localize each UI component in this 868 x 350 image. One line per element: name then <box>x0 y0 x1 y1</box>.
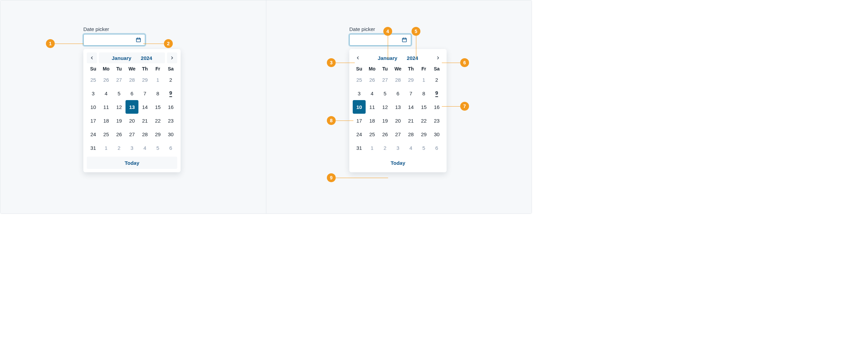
day-cell[interactable]: 29 <box>151 127 164 141</box>
day-cell[interactable]: 23 <box>430 114 443 127</box>
day-cell-outside[interactable]: 29 <box>404 73 417 86</box>
date-input[interactable] <box>349 34 411 46</box>
day-cell[interactable]: 30 <box>430 127 443 141</box>
year-link[interactable]: 2024 <box>407 55 418 61</box>
day-cell[interactable]: 30 <box>164 127 177 141</box>
day-cell[interactable]: 4 <box>366 86 379 100</box>
day-cell[interactable]: 18 <box>100 114 113 127</box>
day-cell[interactable]: 7 <box>404 86 417 100</box>
day-cell[interactable]: 14 <box>404 100 417 114</box>
day-cell-selected[interactable]: 10 <box>353 100 366 114</box>
day-cell-outside[interactable]: 5 <box>417 141 430 155</box>
day-cell[interactable]: 11 <box>366 100 379 114</box>
day-cell[interactable]: 20 <box>391 114 404 127</box>
day-cell-outside[interactable]: 25 <box>87 73 100 86</box>
day-cell-today[interactable]: 9 <box>164 86 177 100</box>
prev-month-button[interactable] <box>87 52 97 63</box>
day-cell[interactable]: 6 <box>391 86 404 100</box>
day-cell[interactable]: 15 <box>151 100 164 114</box>
day-cell-outside[interactable]: 26 <box>100 73 113 86</box>
day-cell[interactable]: 3 <box>87 86 100 100</box>
day-cell-outside[interactable]: 1 <box>417 73 430 86</box>
day-cell[interactable]: 31 <box>87 141 100 155</box>
month-link[interactable]: January <box>112 55 132 61</box>
next-month-button[interactable] <box>433 52 443 63</box>
day-cell-outside[interactable]: 6 <box>164 141 177 155</box>
day-cell[interactable]: 21 <box>404 114 417 127</box>
day-cell[interactable]: 19 <box>379 114 391 127</box>
day-cell-today[interactable]: 9 <box>430 86 443 100</box>
day-cell[interactable]: 13 <box>391 100 404 114</box>
day-cell[interactable]: 5 <box>113 86 126 100</box>
day-cell[interactable]: 22 <box>417 114 430 127</box>
day-cell[interactable]: 28 <box>404 127 417 141</box>
day-cell[interactable]: 27 <box>391 127 404 141</box>
day-cell-outside[interactable]: 27 <box>379 73 391 86</box>
day-cell[interactable]: 16 <box>430 100 443 114</box>
day-cell-outside[interactable]: 27 <box>113 73 126 86</box>
day-cell[interactable]: 4 <box>100 86 113 100</box>
day-cell-outside[interactable]: 3 <box>391 141 404 155</box>
day-cell[interactable]: 17 <box>87 114 100 127</box>
day-cell[interactable]: 23 <box>164 114 177 127</box>
day-cell[interactable]: 5 <box>379 86 391 100</box>
day-cell[interactable]: 2 <box>430 73 443 86</box>
day-cell[interactable]: 25 <box>366 127 379 141</box>
day-cell-outside[interactable]: 28 <box>391 73 404 86</box>
day-cell[interactable]: 6 <box>126 86 138 100</box>
day-cell[interactable]: 27 <box>126 127 138 141</box>
day-cell-outside[interactable]: 1 <box>151 73 164 86</box>
prev-month-button[interactable] <box>353 52 363 63</box>
next-month-button[interactable] <box>167 52 177 63</box>
day-cell[interactable]: 24 <box>353 127 366 141</box>
day-cell[interactable]: 8 <box>151 86 164 100</box>
day-cell[interactable]: 3 <box>353 86 366 100</box>
day-cell[interactable]: 24 <box>87 127 100 141</box>
day-cell[interactable]: 12 <box>113 100 126 114</box>
month-year-select[interactable]: January 2024 <box>99 52 165 63</box>
day-cell-outside[interactable]: 5 <box>151 141 164 155</box>
day-cell[interactable]: 29 <box>417 127 430 141</box>
day-cell[interactable]: 22 <box>151 114 164 127</box>
day-cell-outside[interactable]: 1 <box>100 141 113 155</box>
day-cell[interactable]: 28 <box>138 127 151 141</box>
day-cell[interactable]: 15 <box>417 100 430 114</box>
date-picker-right: Date picker January 2024 <box>349 26 447 172</box>
day-cell-outside[interactable]: 4 <box>138 141 151 155</box>
day-cell[interactable]: 7 <box>138 86 151 100</box>
day-cell-selected[interactable]: 13 <box>126 100 138 114</box>
day-cell-outside[interactable]: 6 <box>430 141 443 155</box>
day-cell-outside[interactable]: 28 <box>126 73 138 86</box>
month-year-select[interactable]: January 2024 <box>365 52 431 63</box>
day-cell[interactable]: 26 <box>113 127 126 141</box>
day-cell[interactable]: 21 <box>138 114 151 127</box>
day-cell[interactable]: 2 <box>164 73 177 86</box>
day-cell[interactable]: 25 <box>100 127 113 141</box>
day-cell[interactable]: 17 <box>353 114 366 127</box>
year-link[interactable]: 2024 <box>141 55 152 61</box>
day-cell[interactable]: 18 <box>366 114 379 127</box>
day-cell[interactable]: 8 <box>417 86 430 100</box>
day-cell-outside[interactable]: 1 <box>366 141 379 155</box>
date-input[interactable] <box>83 34 145 46</box>
today-button[interactable]: Today <box>87 157 177 169</box>
day-cell-outside[interactable]: 3 <box>126 141 138 155</box>
day-cell-outside[interactable]: 4 <box>404 141 417 155</box>
day-cell[interactable]: 14 <box>138 100 151 114</box>
day-cell[interactable]: 12 <box>379 100 391 114</box>
calendar-icon-button[interactable] <box>401 36 408 44</box>
day-cell[interactable]: 16 <box>164 100 177 114</box>
day-cell[interactable]: 10 <box>87 100 100 114</box>
day-cell-outside[interactable]: 29 <box>138 73 151 86</box>
day-cell-outside[interactable]: 2 <box>113 141 126 155</box>
today-button[interactable]: Today <box>353 157 443 169</box>
day-cell[interactable]: 20 <box>126 114 138 127</box>
day-cell-outside[interactable]: 25 <box>353 73 366 86</box>
day-cell[interactable]: 26 <box>379 127 391 141</box>
day-cell-outside[interactable]: 26 <box>366 73 379 86</box>
calendar-icon-button[interactable] <box>135 36 142 44</box>
day-cell[interactable]: 31 <box>353 141 366 155</box>
day-cell-outside[interactable]: 2 <box>379 141 391 155</box>
day-cell[interactable]: 11 <box>100 100 113 114</box>
day-cell[interactable]: 19 <box>113 114 126 127</box>
